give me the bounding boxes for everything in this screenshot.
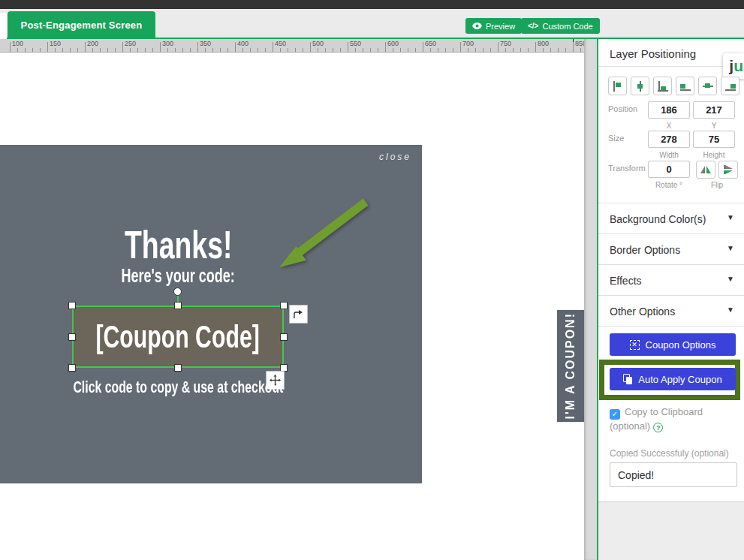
- ruler-tick: [400, 48, 401, 52]
- section-other-options[interactable]: Other Options ▼: [598, 296, 744, 327]
- resize-handle-n[interactable]: [174, 302, 182, 309]
- flip-label: Flip: [696, 181, 738, 189]
- ruler-tick: [415, 48, 416, 52]
- panel-title: Layer Positioning: [610, 47, 696, 60]
- size-height-input[interactable]: [693, 131, 735, 148]
- tab-previous-partial[interactable]: [0, 13, 7, 39]
- ruler-tick: [258, 48, 258, 52]
- ruler-tick: [137, 48, 138, 52]
- ruler-tick: [55, 48, 56, 52]
- preview-label: Preview: [486, 22, 515, 31]
- ruler-tick: [40, 48, 41, 52]
- ruler-label: 300: [162, 40, 173, 47]
- align-middle-vertical-button[interactable]: [698, 77, 717, 95]
- design-canvas[interactable]: close Thanks! Here's your code: [Coupon …: [0, 53, 584, 560]
- align-bottom-button[interactable]: [721, 77, 739, 95]
- copy-to-clipboard-label: Copy to Clipboard: [625, 406, 703, 417]
- coupon-code-element[interactable]: [Coupon Code]: [72, 306, 284, 368]
- ruler-tick: [77, 48, 78, 52]
- ruler-tick: [122, 42, 123, 52]
- ruler-tick: [580, 48, 581, 52]
- ruler-tick: [565, 48, 566, 52]
- ruler-tick: [212, 48, 213, 52]
- flip-vertical-button[interactable]: [718, 161, 738, 179]
- ruler-tick: [70, 48, 71, 52]
- popup-caption[interactable]: Click code to copy & use at checkout: [0, 378, 357, 397]
- tab-post-engagement-screen[interactable]: Post-Engagement Screen: [8, 11, 155, 39]
- ruler-tick: [453, 48, 453, 52]
- ruler-tick: [483, 48, 483, 52]
- custom-code-label: Custom Code: [542, 22, 592, 31]
- coupon-icon: ✕: [630, 340, 640, 350]
- ruler-tick: [445, 48, 446, 52]
- position-x-label: X: [648, 122, 690, 130]
- align-center-horizontal-button[interactable]: [631, 77, 649, 95]
- ruler-tick: [273, 42, 273, 52]
- custom-code-button[interactable]: </> Custom Code: [521, 18, 600, 34]
- ruler-label: 550: [350, 40, 361, 47]
- ruler-tick: [92, 48, 93, 52]
- ruler-label: 250: [125, 40, 136, 47]
- resize-handle-w[interactable]: [68, 333, 76, 341]
- side-tab-im-a-coupon[interactable]: I'M A COUPON!: [557, 310, 584, 422]
- align-right-button[interactable]: [653, 77, 672, 95]
- window-top-bar: [0, 0, 744, 9]
- position-x-input[interactable]: [648, 101, 690, 119]
- ruler-tick: [363, 48, 363, 52]
- section-effects[interactable]: Effects ▼: [598, 265, 744, 296]
- help-question-icon[interactable]: ?: [653, 423, 663, 432]
- coupon-code-text: [Coupon Code]: [96, 319, 260, 355]
- popup-title[interactable]: Thanks!: [0, 222, 357, 267]
- ruler-tick: [25, 48, 26, 52]
- copy-to-clipboard-option: ✓Copy to Clipboard (optional)?: [610, 405, 737, 433]
- coupon-options-button[interactable]: ✕ Coupon Options: [610, 333, 736, 356]
- ruler-tick: [197, 42, 198, 52]
- ruler-tick: [182, 48, 183, 52]
- ruler-tick: [378, 48, 378, 52]
- ruler-tick: [468, 48, 468, 52]
- section-background-colors[interactable]: Background Color(s) ▼: [598, 203, 744, 234]
- screen-tab-bar: Post-Engagement Screen Preview </> Custo…: [0, 9, 744, 39]
- preview-button[interactable]: Preview: [465, 18, 522, 34]
- resize-handle-nw[interactable]: [68, 302, 76, 309]
- auto-apply-coupon-button[interactable]: Auto Apply Coupon: [610, 368, 736, 390]
- ruler-tick: [408, 48, 408, 52]
- size-width-input[interactable]: [648, 131, 690, 148]
- resize-handle-sw[interactable]: [68, 364, 76, 372]
- align-top-button[interactable]: [676, 77, 694, 95]
- popup-close-link[interactable]: close: [379, 152, 411, 162]
- ruler-tick: [333, 48, 333, 52]
- optional-label: (optional): [610, 420, 650, 432]
- size-label: Size: [608, 134, 624, 143]
- flip-horizontal-button[interactable]: [696, 161, 715, 179]
- copy-to-clipboard-checkbox[interactable]: ✓: [610, 409, 620, 420]
- copied-message-input[interactable]: [610, 462, 737, 487]
- chevron-down-icon: ▼: [727, 306, 734, 314]
- rotate-label: Rotate °: [648, 181, 690, 189]
- ruler-tick: [393, 48, 393, 52]
- resize-handle-e[interactable]: [280, 333, 288, 341]
- panel-header: Layer Positioning: [598, 39, 744, 67]
- popup-preview[interactable]: close Thanks! Here's your code: [Coupon …: [0, 145, 422, 483]
- resize-handle-s[interactable]: [174, 364, 182, 372]
- ruler-tick: [348, 42, 348, 52]
- ruler-tick: [355, 48, 356, 52]
- ruler-tick: [265, 48, 266, 52]
- resize-handle-ne[interactable]: [280, 302, 288, 309]
- ruler-tick: [62, 48, 63, 52]
- clipboard-icon: [623, 374, 632, 384]
- ruler-tick: [310, 42, 311, 52]
- position-y-input[interactable]: [693, 101, 735, 119]
- ruler-label: 650: [425, 40, 436, 47]
- popup-subtitle[interactable]: Here's your code:: [0, 265, 357, 287]
- rotate-handle[interactable]: [173, 288, 182, 296]
- ruler-label: 750: [500, 40, 511, 47]
- ruler-label: 100: [12, 40, 23, 47]
- ruler-tick: [550, 48, 551, 52]
- section-border-options[interactable]: Border Options ▼: [598, 234, 744, 265]
- ruler-tick: [85, 42, 86, 52]
- align-left-button[interactable]: [608, 77, 627, 95]
- element-actions-button[interactable]: [289, 305, 308, 324]
- rotate-input[interactable]: [648, 161, 690, 178]
- ruler-tick: [175, 48, 176, 52]
